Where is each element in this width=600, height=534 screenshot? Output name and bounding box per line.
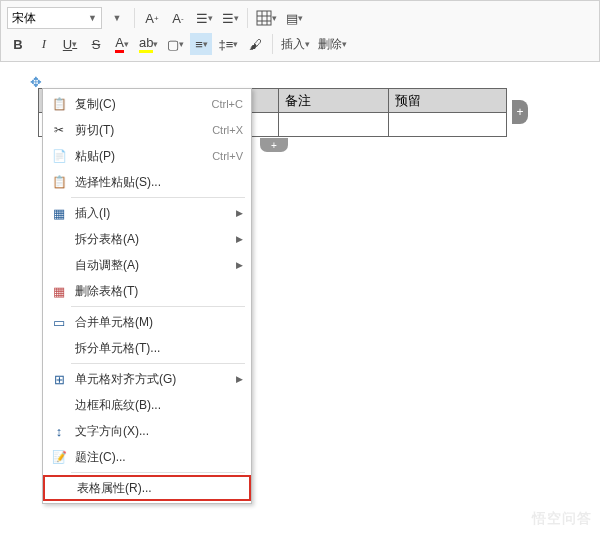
font-color-button[interactable]: A▾ (111, 33, 133, 55)
context-menu: 复制(C) Ctrl+C 剪切(T) Ctrl+X 粘贴(P) Ctrl+V 选… (42, 88, 252, 504)
italic-button[interactable]: I (33, 33, 55, 55)
copy-icon (49, 97, 69, 111)
menu-cut[interactable]: 剪切(T) Ctrl+X (43, 117, 251, 143)
chevron-down-icon: ▼ (88, 13, 97, 23)
menu-cell-align[interactable]: 单元格对齐方式(G) ▶ (43, 366, 251, 392)
menu-split-cells[interactable]: 拆分单元格(T)... (43, 335, 251, 361)
menu-merge-cells[interactable]: 合并单元格(M) (43, 309, 251, 335)
increase-font-button[interactable]: A+ (141, 7, 163, 29)
cut-icon (49, 123, 69, 137)
table-cell[interactable] (389, 113, 507, 137)
delete-table-icon (49, 284, 69, 299)
add-row-handle[interactable]: + (260, 138, 288, 152)
menu-paste-special[interactable]: 选择性粘贴(S)... (43, 169, 251, 195)
menu-caption[interactable]: 题注(C)... (43, 444, 251, 470)
font-selector[interactable]: 宋体 ▼ (7, 7, 102, 29)
underline-button[interactable]: U▾ (59, 33, 81, 55)
format-painter-button[interactable]: 🖌 (244, 33, 266, 55)
submenu-arrow-icon: ▶ (236, 234, 243, 244)
text-direction-icon (49, 424, 69, 439)
table-cell[interactable] (279, 113, 389, 137)
insert-button[interactable]: 插入▾ (279, 33, 312, 55)
paste-special-icon (49, 175, 69, 189)
paste-icon (49, 149, 69, 163)
table-header-cell[interactable]: 预留 (389, 89, 507, 113)
menu-paste[interactable]: 粘贴(P) Ctrl+V (43, 143, 251, 169)
decrease-font-button[interactable]: A- (167, 7, 189, 29)
highlight-button[interactable]: ab▾ (137, 33, 160, 55)
submenu-arrow-icon: ▶ (236, 260, 243, 270)
menu-text-direction[interactable]: 文字方向(X)... (43, 418, 251, 444)
merge-icon (49, 315, 69, 330)
align-icon (49, 372, 69, 387)
table-icon (49, 206, 69, 221)
strike-button[interactable]: S (85, 33, 107, 55)
align-button[interactable]: ≡▾ (190, 33, 212, 55)
add-column-handle[interactable]: + (512, 100, 528, 124)
menu-autofit[interactable]: 自动调整(A) ▶ (43, 252, 251, 278)
svg-rect-0 (257, 11, 271, 25)
font-size-selector[interactable]: ▼ (106, 7, 128, 29)
bold-button[interactable]: B (7, 33, 29, 55)
menu-copy[interactable]: 复制(C) Ctrl+C (43, 91, 251, 117)
bullet-list-button[interactable]: ☰▾ (193, 7, 215, 29)
border-button[interactable]: ▢▾ (164, 33, 186, 55)
toolbar: 宋体 ▼ ▼ A+ A- ☰▾ ☰▾ ▾ ▤▾ B I U▾ S A▾ ab▾ … (0, 0, 600, 62)
line-spacing-button[interactable]: ‡≡▾ (216, 33, 240, 55)
delete-button[interactable]: 删除▾ (316, 33, 349, 55)
menu-borders-shading[interactable]: 边框和底纹(B)... (43, 392, 251, 418)
watermark: 悟空问答 (532, 510, 592, 528)
menu-split-table[interactable]: 拆分表格(A) ▶ (43, 226, 251, 252)
caption-icon (49, 450, 69, 464)
table-header-cell[interactable]: 备注 (279, 89, 389, 113)
menu-table-properties[interactable]: 表格属性(R)... (43, 475, 251, 501)
layout-button[interactable]: ▤▾ (283, 7, 305, 29)
submenu-arrow-icon: ▶ (236, 208, 243, 218)
menu-delete-table[interactable]: 删除表格(T) (43, 278, 251, 304)
number-list-button[interactable]: ☰▾ (219, 7, 241, 29)
font-name: 宋体 (12, 10, 36, 27)
submenu-arrow-icon: ▶ (236, 374, 243, 384)
insert-table-button[interactable]: ▾ (254, 7, 279, 29)
menu-insert[interactable]: 插入(I) ▶ (43, 200, 251, 226)
